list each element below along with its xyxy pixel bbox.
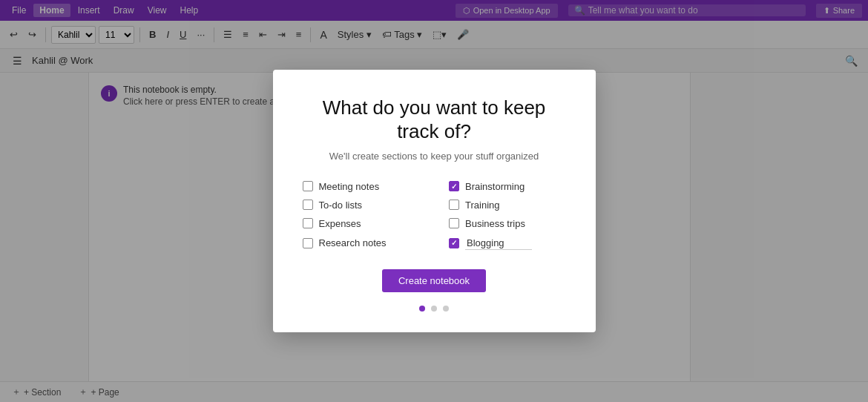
option-label-business-trips: Business trips (465, 218, 525, 229)
modal-subtitle: We'll create sections to keep your stuff… (329, 151, 539, 162)
blogging-input[interactable] (465, 237, 532, 250)
modal: What do you want to keep track of? We'll… (273, 70, 596, 332)
option-label-research-notes: Research notes (319, 237, 387, 248)
pagination-dot-3[interactable] (443, 306, 449, 312)
modal-title: What do you want to keep track of? (303, 96, 566, 142)
pagination-dot-2[interactable] (431, 306, 437, 312)
option-label-expenses: Expenses (319, 218, 361, 229)
option-research-notes[interactable]: Research notes (303, 237, 420, 250)
option-business-trips[interactable]: Business trips (449, 218, 566, 229)
option-blogging[interactable] (449, 237, 566, 250)
option-brainstorming[interactable]: Brainstorming (449, 181, 566, 192)
pagination-dot-1[interactable] (419, 306, 425, 312)
modal-overlay: What do you want to keep track of? We'll… (0, 0, 868, 402)
option-label-to-do-lists: To-do lists (319, 200, 363, 211)
option-label-training: Training (465, 200, 499, 211)
option-meeting-notes[interactable]: Meeting notes (303, 181, 420, 192)
option-label-brainstorming: Brainstorming (465, 181, 525, 192)
option-to-do-lists[interactable]: To-do lists (303, 200, 420, 211)
checkbox-brainstorming[interactable] (449, 181, 459, 191)
pagination-dots (419, 306, 449, 312)
checkbox-blogging[interactable] (449, 238, 459, 248)
option-expenses[interactable]: Expenses (303, 218, 420, 229)
checkbox-to-do-lists[interactable] (303, 200, 313, 210)
option-label-meeting-notes: Meeting notes (319, 181, 380, 192)
checkbox-expenses[interactable] (303, 218, 313, 228)
options-grid: Meeting notes Brainstorming To-do lists … (303, 181, 566, 250)
checkbox-research-notes[interactable] (303, 238, 313, 248)
option-training[interactable]: Training (449, 200, 566, 211)
checkbox-business-trips[interactable] (449, 218, 459, 228)
checkbox-meeting-notes[interactable] (303, 181, 313, 191)
checkbox-training[interactable] (449, 200, 459, 210)
create-notebook-button[interactable]: Create notebook (382, 269, 486, 292)
